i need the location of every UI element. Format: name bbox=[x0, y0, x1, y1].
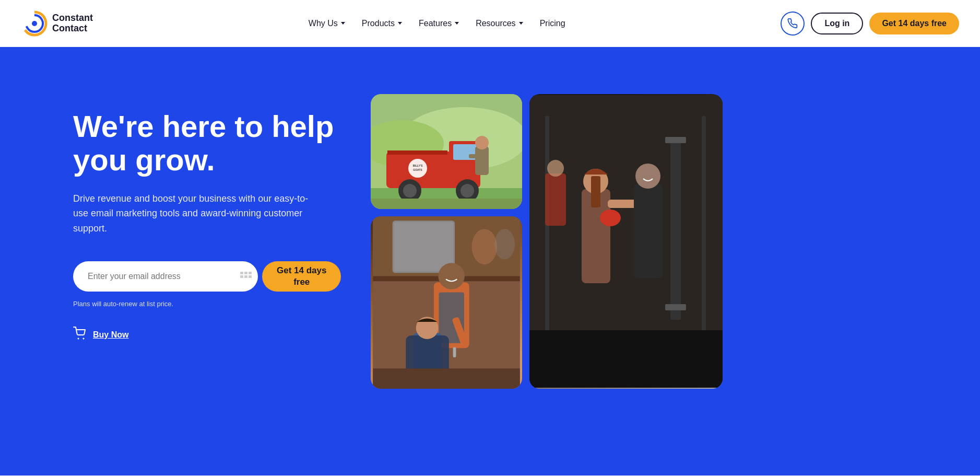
chevron-down-icon bbox=[455, 22, 459, 25]
svg-rect-46 bbox=[665, 304, 686, 310]
svg-point-54 bbox=[472, 229, 498, 264]
svg-point-23 bbox=[461, 184, 474, 198]
svg-rect-52 bbox=[393, 222, 454, 272]
svg-text:BILLY'S: BILLY'S bbox=[413, 164, 423, 167]
svg-rect-33 bbox=[545, 116, 549, 367]
nav-label-features: Features bbox=[419, 19, 452, 28]
svg-rect-8 bbox=[249, 275, 252, 278]
grid-icon bbox=[240, 272, 252, 281]
main-nav: Why Us Products Features Resources P bbox=[302, 15, 572, 32]
hero-section: We're here to help you grow. Drive reven… bbox=[0, 47, 980, 475]
gym-scene-svg bbox=[529, 94, 723, 389]
phone-icon bbox=[787, 18, 798, 29]
hero-image-truck: BILLY'S GOATS bbox=[371, 94, 522, 209]
svg-rect-26 bbox=[469, 154, 476, 158]
nav-link-resources[interactable]: Resources bbox=[469, 15, 529, 32]
nav-item-pricing: Pricing bbox=[534, 15, 572, 32]
svg-rect-47 bbox=[529, 330, 723, 388]
cta-nav-button[interactable]: Get 14 days free bbox=[869, 13, 959, 34]
login-label: Log in bbox=[824, 19, 849, 28]
nav-link-features[interactable]: Features bbox=[412, 15, 465, 32]
hero-title: We're here to help you grow. bbox=[73, 110, 345, 177]
nav-link-whyus[interactable]: Why Us bbox=[302, 15, 351, 32]
svg-rect-35 bbox=[545, 173, 566, 226]
hero-image-gym bbox=[529, 94, 723, 389]
svg-rect-7 bbox=[244, 275, 247, 278]
cart-icon bbox=[73, 327, 88, 343]
nav-label-pricing: Pricing bbox=[540, 19, 565, 28]
buy-now-link[interactable]: Buy Now bbox=[73, 327, 345, 343]
phone-button[interactable] bbox=[781, 11, 805, 36]
nav-link-products[interactable]: Products bbox=[356, 15, 408, 32]
logo-icon bbox=[21, 10, 48, 37]
svg-point-9 bbox=[78, 338, 79, 339]
svg-point-58 bbox=[438, 263, 464, 289]
svg-rect-64 bbox=[373, 368, 519, 389]
svg-point-43 bbox=[600, 210, 621, 226]
hero-images: BILLY'S GOATS bbox=[345, 89, 938, 389]
chevron-down-icon bbox=[398, 22, 402, 25]
login-button[interactable]: Log in bbox=[811, 13, 863, 34]
cta-hero-button[interactable]: Get 14 daysfree bbox=[262, 261, 341, 292]
logo-line1: Constant bbox=[52, 13, 93, 24]
svg-rect-41 bbox=[634, 184, 663, 278]
svg-point-10 bbox=[83, 338, 85, 339]
svg-rect-39 bbox=[591, 176, 600, 207]
hero-form: Get 14 daysfree bbox=[73, 261, 345, 292]
email-input-icon bbox=[240, 261, 258, 292]
svg-point-21 bbox=[403, 184, 417, 198]
svg-rect-44 bbox=[670, 137, 681, 320]
cta-hero-label: Get 14 daysfree bbox=[277, 265, 326, 287]
svg-point-25 bbox=[475, 136, 489, 149]
nav-item-features: Features bbox=[412, 15, 465, 32]
navbar-actions: Log in Get 14 days free bbox=[781, 11, 959, 36]
svg-point-2 bbox=[32, 21, 37, 26]
nav-label-products: Products bbox=[362, 19, 395, 28]
svg-rect-34 bbox=[702, 116, 706, 367]
svg-rect-24 bbox=[475, 146, 489, 175]
svg-rect-62 bbox=[406, 335, 448, 374]
nav-label-resources: Resources bbox=[476, 19, 515, 28]
buy-now-label: Buy Now bbox=[93, 330, 128, 340]
svg-rect-45 bbox=[665, 137, 686, 143]
svg-point-36 bbox=[547, 160, 564, 177]
hero-content: We're here to help you grow. Drive reven… bbox=[73, 89, 345, 343]
svg-rect-19 bbox=[387, 150, 447, 155]
nav-link-pricing[interactable]: Pricing bbox=[534, 15, 572, 32]
hero-disclaimer: Plans will auto-renew at list price. bbox=[73, 300, 345, 308]
navbar: Constant Contact Why Us Products Feature… bbox=[0, 0, 980, 47]
barber-scene-svg bbox=[371, 216, 522, 389]
nav-item-products: Products bbox=[356, 15, 408, 32]
svg-rect-5 bbox=[249, 272, 252, 274]
svg-rect-4 bbox=[244, 272, 247, 274]
hero-image-barber bbox=[371, 216, 522, 389]
shopping-cart-icon bbox=[73, 327, 88, 340]
svg-rect-6 bbox=[240, 275, 243, 278]
chevron-down-icon bbox=[519, 22, 523, 25]
svg-rect-30 bbox=[371, 199, 522, 209]
svg-rect-3 bbox=[240, 272, 243, 274]
hero-subtitle: Drive revenue and boost your business wi… bbox=[73, 191, 313, 236]
svg-point-42 bbox=[635, 164, 660, 189]
chevron-down-icon bbox=[341, 22, 345, 25]
svg-text:GOATS: GOATS bbox=[413, 168, 422, 171]
logo-line2: Contact bbox=[52, 24, 93, 34]
truck-scene-svg: BILLY'S GOATS bbox=[371, 94, 522, 209]
cta-nav-label: Get 14 days free bbox=[882, 19, 947, 28]
svg-point-55 bbox=[494, 229, 515, 259]
nav-label-whyus: Why Us bbox=[309, 19, 338, 28]
nav-item-resources: Resources bbox=[469, 15, 529, 32]
logo-link[interactable]: Constant Contact bbox=[21, 10, 93, 37]
email-input[interactable] bbox=[73, 261, 240, 292]
svg-rect-60 bbox=[453, 347, 456, 357]
logo-text: Constant Contact bbox=[52, 13, 93, 34]
nav-item-whyus: Why Us bbox=[302, 15, 351, 32]
